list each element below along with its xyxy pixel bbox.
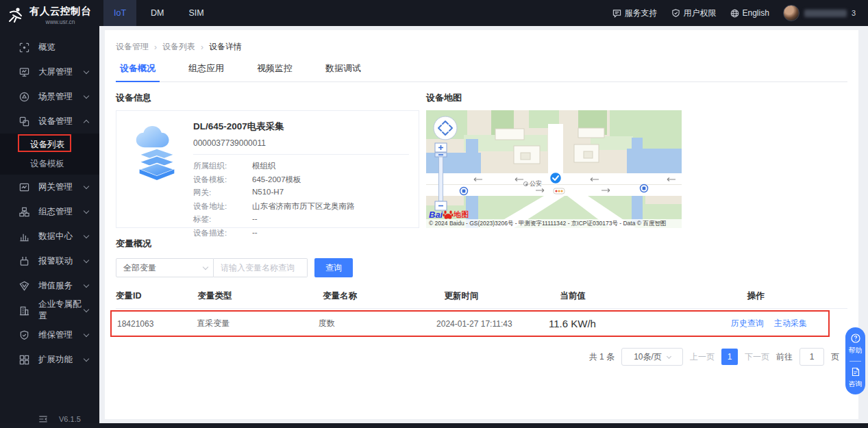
tab-device-overview[interactable]: 设备概况 [116,62,160,81]
tab-data-debug[interactable]: 数据调试 [321,62,365,81]
goto-page-input[interactable] [799,348,824,366]
help-label[interactable]: 帮助 [849,346,863,355]
chevron-down-icon [84,68,89,73]
sidebar-item-value-added[interactable]: 增值服务 [0,273,99,298]
poi-label: 公安 [530,179,542,188]
field-value: 645-2007模板 [252,175,409,185]
chevron-down-icon [84,281,89,287]
tab-scada-app[interactable]: 组态应用 [184,62,228,81]
detail-tabs: 设备概况 组态应用 视频监控 数据调试 [116,62,847,82]
sidebar-item-enterprise-config[interactable]: 企业专属配置 [0,298,99,323]
chevron-down-icon [84,92,89,98]
breadcrumb-device-list[interactable]: 设备列表 [162,41,195,53]
cell-variable-id: 18421063 [117,319,197,329]
consult-doc-icon[interactable] [851,367,860,377]
device-info-card: DL/645-2007电表采集 0000037739000011 所属组织:根组… [116,110,419,228]
sidebar-item-screen-mgmt[interactable]: 大屏管理 [0,60,99,84]
sidebar-item-label: 企业专属配置 [38,299,84,322]
sidebar: 有人云控制台 www.usr.cn 概览 大屏管理 场景管理 设备管理 设 [0,0,99,428]
sidebar-item-device-template[interactable]: 设备模板 [0,154,99,173]
chevron-down-icon [84,306,89,312]
field-value: N510-H7 [252,188,409,198]
language-switch[interactable]: English [730,8,769,18]
sidebar-item-scene-mgmt[interactable]: 场景管理 [0,84,99,109]
collapse-sidebar-icon[interactable] [38,414,48,424]
maintain-icon [19,330,29,340]
chevron-down-icon [84,257,89,262]
sidebar-item-maintenance[interactable]: 维保管理 [0,323,99,347]
breadcrumb: 设备管理 › 设备列表 › 设备详情 [116,41,847,53]
sidebar-item-label: 扩展功能 [38,354,84,366]
sidebar-item-label: 概览 [38,42,92,53]
prev-page-button[interactable]: 上一页 [690,351,715,363]
username-redacted [804,10,847,17]
field-label: 设备描述: [193,228,252,238]
tab-video-monitor[interactable]: 视频监控 [253,62,297,81]
device-name: DL/645-2007电表采集 [193,121,409,133]
baidu-map[interactable]: 公安 Bai 地图 © 2024 Baidu - GS(2023)3206号 -… [426,110,682,228]
sidebar-item-overview[interactable]: 概览 [0,35,99,60]
chevron-down-icon [84,331,89,336]
table-row: 18421063 直采变量 度数 2024-01-27 17:11:43 11.… [117,312,828,336]
variable-type-select[interactable]: 全部变量 [116,258,214,277]
device-id: 0000037739000011 [193,138,409,155]
variables-table: 变量ID 变量类型 变量名称 更新时间 当前值 操作 18421063 直采变量… [116,284,847,337]
chevron-down-icon [667,353,671,358]
field-value: -- [252,214,409,225]
version-label: V6.1.5 [59,415,81,423]
nav-tab-iot[interactable]: IoT [103,0,136,26]
breadcrumb-device-mgmt[interactable]: 设备管理 [116,41,149,53]
page-size-select[interactable]: 10条/页 [621,348,683,366]
user-menu[interactable]: 3 [783,5,856,21]
sidebar-item-scada-mgmt[interactable]: 组态管理 [0,199,99,224]
device-stack-icon [130,125,184,219]
device-marker-icon [550,173,562,184]
next-page-button[interactable]: 下一页 [745,351,769,363]
top-header: IoT DM SIM 服务支持 用户权限 English 3 [99,0,868,26]
map-pan-control [434,116,457,140]
sidebar-item-device-mgmt[interactable]: 设备管理 [0,109,99,134]
username-suffix: 3 [852,9,856,17]
query-button[interactable]: 查询 [314,258,353,277]
manual-collect-link[interactable]: 主动采集 [774,318,807,328]
variable-search-input[interactable] [214,258,308,277]
map-copyright: © 2024 Baidu - GS(2023)3206号 - 甲测资字11111… [426,219,682,228]
history-query-link[interactable]: 历史查询 [731,318,764,328]
logo-subtitle: www.usr.cn [29,18,91,25]
nav-tab-dm[interactable]: DM [140,0,174,26]
device-icon [19,116,29,127]
sidebar-item-label: 数据中心 [38,231,84,242]
sidebar-item-device-list[interactable]: 设备列表 [0,135,99,154]
col-actions: 操作 [747,290,847,302]
gateway-icon [19,182,29,192]
chevron-up-icon [84,119,89,125]
sidebar-item-label: 场景管理 [38,91,84,103]
baidu-paw-icon [443,210,454,220]
sidebar-item-extensions[interactable]: 扩展功能 [0,347,99,372]
sidebar-item-label: 组态管理 [38,206,84,218]
nav-tab-sim[interactable]: SIM [179,0,214,26]
usr-runner-logo-icon [7,6,25,24]
sidebar-item-gateway-mgmt[interactable]: 网关管理 [0,175,99,199]
map-poi: 公安 [523,179,542,188]
user-permissions-link[interactable]: 用户权限 [671,8,717,19]
page-number-1[interactable]: 1 [721,349,738,365]
support-link[interactable]: 服务支持 [612,8,658,19]
sidebar-menu: 概览 大屏管理 场景管理 设备管理 设备列表 设备模板 [0,35,99,372]
breadcrumb-separator: › [201,42,203,52]
scene-icon [19,92,29,102]
chevron-down-icon [84,232,89,238]
logo[interactable]: 有人云控制台 www.usr.cn [0,0,99,29]
overview-icon [19,42,29,53]
bottom-bar [0,423,868,428]
cell-current-value: 11.6 KW/h [549,318,731,329]
sidebar-subitem-label: 设备模板 [30,159,64,168]
extension-icon [19,355,29,365]
sidebar-item-alarm-linkage[interactable]: 报警联动 [0,249,99,273]
col-variable-name: 变量名称 [323,290,444,302]
alarm-icon [19,256,29,266]
sidebar-item-data-center[interactable]: 数据中心 [0,224,99,249]
help-icon[interactable] [851,333,860,343]
consult-label[interactable]: 咨询 [849,379,863,389]
pagination: 共 1 条 10条/页 上一页 1 下一页 前往 页 [116,348,847,366]
